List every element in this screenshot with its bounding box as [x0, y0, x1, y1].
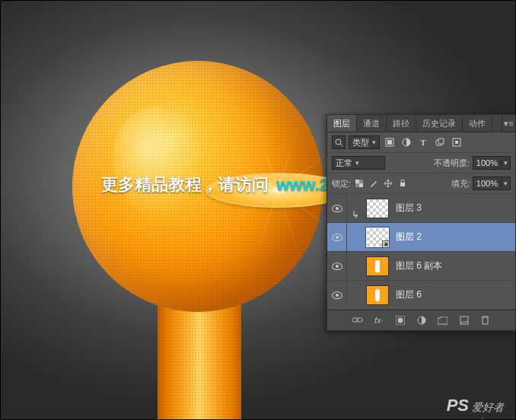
lock-position-icon[interactable] — [382, 177, 394, 189]
chevron-down-icon: ▾ — [355, 159, 359, 167]
filter-kind-label: 类型 — [352, 137, 369, 148]
svg-rect-8 — [455, 141, 458, 144]
new-layer-icon[interactable] — [457, 314, 471, 326]
opacity-label: 不透明度: — [434, 158, 470, 169]
svg-rect-11 — [359, 180, 363, 183]
blend-opacity-row: 正常 ▾ 不透明度: 100% ▾ — [327, 153, 515, 173]
blend-mode-select[interactable]: 正常 ▾ — [332, 156, 385, 170]
tab-actions[interactable]: 动作 — [463, 115, 492, 132]
lock-label: 锁定: — [332, 178, 351, 189]
opacity-input[interactable]: 100% ▾ — [473, 156, 511, 170]
svg-rect-10 — [359, 183, 363, 187]
svg-line-1 — [340, 144, 342, 146]
mask-icon[interactable] — [393, 314, 407, 326]
filter-shape-icon[interactable] — [433, 135, 447, 149]
watermark-logo: PS爱好者 — [447, 396, 504, 415]
layer-thumbnail[interactable]: ▣ — [366, 228, 389, 247]
filter-adjust-icon[interactable] — [400, 135, 413, 149]
eye-icon — [332, 234, 342, 241]
layer-name-label[interactable]: 图层 6 副本 — [396, 259, 442, 272]
link-layers-icon[interactable] — [351, 314, 365, 326]
svg-point-0 — [336, 139, 341, 145]
chevron-down-icon[interactable]: ▾ — [501, 159, 510, 167]
svg-point-17 — [397, 318, 403, 323]
clip-indicator: ↳ — [347, 194, 364, 222]
layers-list: ↳ 图层 3 ▣ 图层 2 图层 6 副本 图层 6 — [327, 194, 515, 310]
watermark-suffix: 爱好者 — [472, 401, 504, 413]
layer-name-label[interactable]: 图层 3 — [396, 202, 422, 215]
lock-pixels-icon[interactable] — [368, 177, 380, 189]
watermark-prefix: PS — [447, 396, 469, 415]
layer-row[interactable]: ▣ 图层 2 — [327, 223, 515, 252]
visibility-toggle[interactable] — [327, 252, 347, 280]
filter-smart-icon[interactable] — [450, 135, 463, 149]
svg-rect-6 — [438, 138, 444, 144]
svg-rect-9 — [355, 180, 359, 183]
group-icon[interactable] — [436, 314, 450, 326]
visibility-toggle[interactable] — [327, 281, 347, 309]
tab-paths[interactable]: 路径 — [387, 115, 416, 132]
chevron-down-icon[interactable]: ▾ — [501, 180, 510, 187]
tab-history[interactable]: 历史记录 — [416, 115, 463, 132]
layer-thumbnail[interactable] — [366, 199, 389, 218]
filter-search-icon[interactable] — [332, 135, 346, 149]
filter-pixel-icon[interactable] — [383, 135, 397, 149]
visibility-toggle[interactable] — [327, 223, 347, 251]
lock-transparent-icon[interactable] — [353, 177, 365, 189]
adjustment-layer-icon[interactable] — [415, 314, 428, 326]
layer-row[interactable]: 图层 6 — [327, 281, 515, 310]
artwork-orange-bulb — [72, 61, 323, 420]
eye-icon — [332, 291, 342, 299]
tab-channels[interactable]: 通道 — [357, 115, 387, 132]
fill-label: 填充: — [451, 178, 470, 189]
chevron-down-icon: ▾ — [372, 138, 376, 146]
filter-kind-select[interactable]: 类型 ▾ — [349, 135, 380, 149]
opacity-value: 100% — [473, 158, 501, 167]
panel-tab-strip: 图层 通道 路径 历史记录 动作 ▾≡ — [327, 115, 515, 132]
smart-object-badge-icon: ▣ — [382, 240, 390, 248]
fx-icon[interactable]: fx▫ — [372, 314, 386, 326]
panel-menu-icon[interactable]: ▾≡ — [502, 115, 515, 132]
layer-name-label[interactable]: 图层 2 — [396, 231, 422, 243]
eye-icon — [332, 205, 342, 212]
svg-rect-3 — [387, 140, 392, 145]
filter-type-icon[interactable]: T — [416, 135, 430, 149]
blend-mode-value: 正常 — [336, 158, 352, 169]
layer-name-label[interactable]: 图层 6 — [396, 288, 422, 301]
layer-thumbnail[interactable] — [366, 256, 389, 276]
svg-rect-12 — [355, 183, 359, 187]
layers-panel-footer: fx▫ — [327, 310, 515, 330]
layer-row[interactable]: 图层 6 副本 — [327, 252, 515, 281]
eye-icon — [332, 262, 342, 270]
promo-text-zh: 更多精品教程，请访问 — [101, 175, 269, 194]
lock-all-icon[interactable] — [397, 177, 409, 189]
layer-thumbnail[interactable] — [366, 285, 389, 305]
lock-fill-row: 锁定: 填充: 100% ▾ — [327, 173, 515, 194]
visibility-toggle[interactable] — [327, 194, 347, 222]
tab-layers[interactable]: 图层 — [327, 115, 357, 132]
trash-icon[interactable] — [479, 314, 492, 326]
fill-input[interactable]: 100% ▾ — [473, 177, 511, 190]
svg-rect-13 — [400, 183, 405, 186]
layer-row[interactable]: ↳ 图层 3 — [327, 194, 515, 223]
layers-panel: 图层 通道 路径 历史记录 动作 ▾≡ 类型 ▾ T 正常 ▾ 不透明度: 10… — [326, 114, 516, 331]
filter-row: 类型 ▾ T — [327, 132, 515, 153]
fill-value: 100% — [473, 179, 501, 188]
clip-arrow-icon: ↳ — [352, 209, 359, 220]
watermark-url: www.psahz.com — [454, 417, 504, 420]
